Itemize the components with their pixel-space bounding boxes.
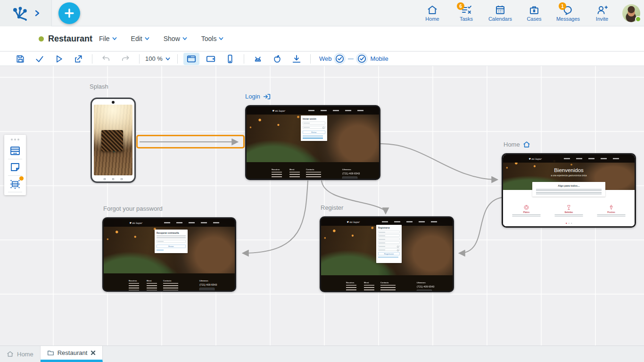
screen-label-register[interactable]: Register	[321, 204, 343, 211]
screen-register[interactable]: ♥ mi lugar Registrarse Registrarse Nosot…	[320, 216, 454, 292]
menu-file[interactable]: File	[99, 35, 117, 42]
zoom-level-value: 100 %	[145, 55, 163, 62]
templates-panel-icon[interactable]	[8, 161, 22, 174]
web-label: Web	[319, 55, 332, 62]
ios-export-button[interactable]	[269, 53, 285, 65]
splash-photo	[94, 105, 132, 175]
desktop-view-button[interactable]	[183, 53, 199, 65]
footer-links-mock	[346, 285, 356, 293]
home-hero-title: Bienvenidos	[503, 167, 635, 173]
save-button[interactable]	[12, 53, 28, 65]
login-card: Iniciar sesión Entrar	[301, 115, 327, 141]
chevron-down-icon	[182, 37, 187, 41]
footer-button-mock	[342, 177, 357, 180]
footer-col-contacto: Contacto	[380, 281, 402, 284]
app-logo-box	[0, 0, 52, 26]
calendar-icon	[495, 5, 506, 15]
nav-calendars[interactable]: Calendars	[487, 2, 514, 25]
tab-home[interactable]: Home	[0, 346, 41, 362]
nav-tasks[interactable]: 6 Tasks	[453, 2, 480, 25]
footer-col-nosotros: Nosotros	[272, 168, 288, 171]
ice-cream-icon	[609, 205, 614, 210]
tab-restaurant[interactable]: Restaurant	[41, 346, 103, 362]
footer-links-mock	[289, 172, 300, 180]
screen-home[interactable]: ♥ mi lugar Bienvenidos a una experiencia…	[502, 153, 636, 228]
android-export-button[interactable]	[250, 53, 266, 65]
user-avatar[interactable]	[622, 4, 640, 22]
nav-messages-label: Messages	[556, 16, 580, 22]
site-footer: Nosotros Menú Contacto Llámanos (721) 40…	[321, 275, 453, 291]
forgot-card-title: Recuperar contraseña	[157, 232, 186, 234]
forgot-label-text: Forgot your password	[103, 205, 163, 212]
project-status-dot	[39, 36, 44, 41]
nav-messages[interactable]: 1 Messages	[554, 2, 582, 25]
online-status-dot	[635, 16, 641, 22]
undo-button[interactable]	[98, 53, 114, 65]
link-login-home	[380, 144, 497, 180]
toggle-connector	[348, 58, 354, 59]
menu-show[interactable]: Show	[164, 35, 187, 42]
nav-tasks-label: Tasks	[460, 16, 473, 22]
validate-button[interactable]	[32, 53, 48, 65]
home-label-text: Home	[504, 141, 520, 148]
screen-label-home[interactable]: Home	[504, 141, 530, 148]
zoom-level-control[interactable]: 100 %	[145, 55, 170, 62]
nav-cases-label: Cases	[527, 16, 541, 22]
palette-divider	[8, 192, 22, 192]
footer-col-nosotros: Nosotros	[346, 281, 363, 284]
footer-col-llamanos: Llámanos	[417, 281, 443, 284]
close-tab-icon[interactable]	[91, 350, 96, 355]
share-export-button[interactable]	[70, 53, 86, 65]
redo-button[interactable]	[117, 53, 133, 65]
site-nav-links	[308, 110, 370, 111]
splash-basket-graphic	[101, 130, 123, 151]
download-button[interactable]	[289, 53, 305, 65]
toolbar-divider	[92, 54, 92, 64]
nav-home[interactable]: Home	[419, 2, 446, 25]
flow-canvas[interactable]: Splash Login ♥ mi lugar Iniciar sesión	[0, 66, 644, 346]
screen-label-login[interactable]: Login	[245, 93, 271, 100]
menu-tools-label: Tools	[201, 35, 217, 42]
justinmind-logo-icon[interactable]	[12, 6, 28, 21]
play-simulate-button[interactable]	[51, 53, 67, 65]
login-submit-mock: Entrar	[303, 131, 325, 134]
site-header: ♥ mi lugar	[503, 155, 635, 163]
mobile-enabled-check-icon[interactable]	[357, 54, 366, 63]
tablet-view-button[interactable]	[203, 53, 219, 65]
register-link-mock	[378, 257, 398, 258]
home-section-title: Algo para todos...	[536, 184, 602, 187]
add-new-button[interactable]	[58, 2, 80, 24]
palette-divider	[8, 159, 22, 159]
nav-invite[interactable]: Invite	[588, 2, 616, 25]
screen-label-splash[interactable]: Splash	[90, 83, 108, 90]
collapse-chevron-icon[interactable]	[35, 10, 40, 16]
feature-bebidas: Bebidas	[555, 205, 583, 217]
screen-forgot-password[interactable]: ♥ mi lugar Recuperar contraseña Enviar N…	[102, 217, 236, 292]
mobile-view-button[interactable]	[222, 53, 238, 65]
messages-badge: 1	[559, 2, 566, 10]
menu-tools[interactable]: Tools	[201, 35, 224, 42]
nav-cases[interactable]: Cases	[520, 2, 548, 25]
selected-link-highlight[interactable]	[136, 135, 245, 148]
briefcase-icon	[528, 5, 540, 15]
name-input-mock	[378, 231, 400, 233]
menu-edit[interactable]: Edit	[131, 35, 149, 42]
screen-splash[interactable]	[91, 98, 136, 183]
tab-home-label: Home	[17, 351, 33, 358]
password-input-mock	[303, 126, 325, 129]
footer-links-mock	[147, 283, 157, 291]
site-logo: ♥ mi lugar	[347, 221, 359, 223]
site-header: ♥ mi lugar	[247, 107, 379, 115]
web-enabled-check-icon[interactable]	[335, 54, 344, 63]
palette-drag-handle[interactable]	[11, 139, 19, 140]
feature-caption-mock	[512, 214, 541, 217]
nav-invite-label: Invite	[596, 16, 608, 22]
toolbar-divider	[310, 54, 311, 64]
screen-login[interactable]: ♥ mi lugar Iniciar sesión Entrar Nosotro…	[245, 105, 380, 180]
screens-panel-icon[interactable]	[8, 144, 22, 157]
screen-label-forgot[interactable]: Forgot your password	[103, 205, 163, 212]
footer-col-nosotros: Nosotros	[129, 280, 145, 282]
phone-camera-dot	[112, 101, 115, 104]
site-nav-links	[564, 158, 625, 159]
masters-panel-icon[interactable]	[8, 177, 22, 190]
